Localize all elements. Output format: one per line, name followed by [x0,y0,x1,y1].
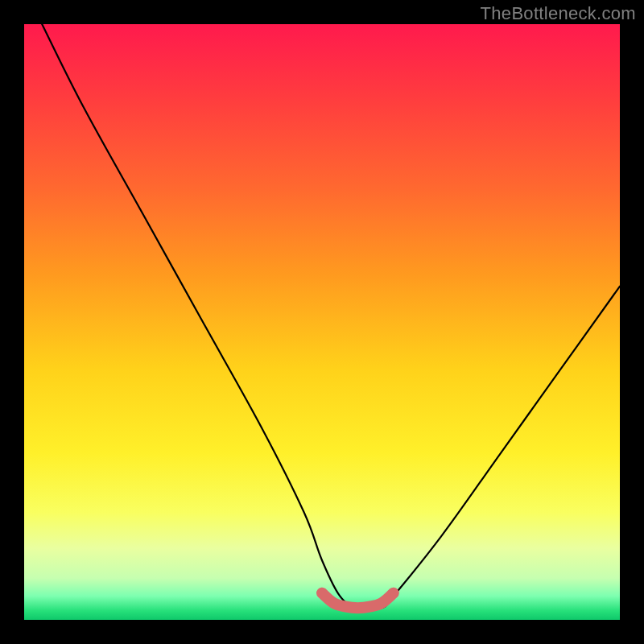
outer-frame: TheBottleneck.com [0,0,644,644]
bottleneck-curve-line [42,24,620,609]
chart-svg-layer [24,24,620,620]
optimal-range-marker [322,593,394,609]
watermark-text: TheBottleneck.com [481,3,636,24]
chart-plot-area [24,24,620,620]
